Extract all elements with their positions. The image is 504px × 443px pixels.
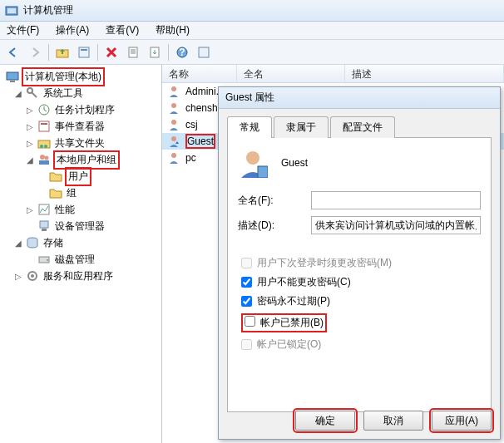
refresh-button[interactable] bbox=[123, 42, 143, 62]
tree-eventvwr[interactable]: ▷ 事件查看器 bbox=[2, 118, 160, 135]
tree-services[interactable]: ▷ 服务和应用程序 bbox=[2, 268, 160, 284]
window-titlebar: 计算机管理 bbox=[0, 0, 504, 22]
export-button[interactable] bbox=[145, 42, 165, 62]
col-name[interactable]: 名称 bbox=[162, 65, 237, 82]
perf-icon bbox=[37, 203, 51, 216]
chk-mustchange bbox=[241, 258, 252, 268]
svg-rect-14 bbox=[39, 121, 49, 131]
forward-button[interactable] bbox=[25, 42, 45, 62]
properties-button[interactable] bbox=[74, 42, 94, 62]
tab-general[interactable]: 常规 bbox=[227, 116, 272, 138]
expand-icon[interactable]: ▷ bbox=[25, 106, 35, 115]
dialog-username: Guest bbox=[281, 157, 308, 169]
svg-point-27 bbox=[47, 259, 48, 261]
svg-rect-10 bbox=[7, 72, 18, 80]
menu-help[interactable]: 帮助(H) bbox=[152, 22, 193, 39]
folder-icon bbox=[49, 186, 62, 199]
svg-point-30 bbox=[171, 86, 176, 91]
svg-point-32 bbox=[171, 120, 176, 125]
menu-action[interactable]: 操作(A) bbox=[52, 22, 92, 39]
user-icon bbox=[167, 118, 180, 131]
tab-memberof[interactable]: 隶属于 bbox=[274, 116, 329, 138]
tree-storage[interactable]: ◢ 存储 bbox=[2, 234, 160, 251]
up-folder-button[interactable] bbox=[52, 42, 72, 62]
user-icon bbox=[167, 151, 180, 165]
back-button[interactable] bbox=[3, 42, 23, 62]
tab-profile[interactable]: 配置文件 bbox=[330, 116, 395, 138]
tabs: 常规 隶属于 配置文件 bbox=[227, 116, 492, 138]
col-desc[interactable]: 描述 bbox=[345, 65, 504, 82]
tab-content: Guest 全名(F): 描述(D): 用户下次登录时须更改密码(M) 用户不能… bbox=[227, 138, 492, 412]
fullname-field[interactable] bbox=[311, 191, 481, 209]
fullname-label: 全名(F): bbox=[238, 194, 304, 208]
menubar: 文件(F) 操作(A) 查看(V) 帮助(H) bbox=[0, 22, 504, 40]
tree-users[interactable]: 用户 bbox=[2, 168, 160, 185]
tree-groups[interactable]: 组 bbox=[2, 185, 160, 201]
chk-neverexpire-row[interactable]: 密码永不过期(P) bbox=[241, 294, 481, 308]
collapse-icon[interactable]: ◢ bbox=[13, 89, 23, 98]
svg-rect-15 bbox=[41, 123, 47, 125]
tree-panel: 计算机管理(本地) ◢ 系统工具 ▷ 任务计划程序 ▷ 事件查看器 ▷ 共享文件… bbox=[0, 65, 162, 443]
event-icon bbox=[37, 120, 51, 133]
tree-tasksched[interactable]: ▷ 任务计划程序 bbox=[2, 101, 160, 118]
tree-localusers[interactable]: ◢ 本地用户和组 bbox=[2, 151, 160, 168]
chk-disabled[interactable] bbox=[245, 316, 255, 327]
chk-neverexpire[interactable] bbox=[241, 296, 252, 307]
ok-button[interactable]: 确定 bbox=[295, 411, 355, 431]
tree-root[interactable]: 计算机管理(本地) bbox=[2, 68, 160, 85]
folder-icon bbox=[49, 170, 62, 183]
user-down-icon bbox=[167, 135, 180, 148]
svg-rect-21 bbox=[39, 160, 49, 165]
apply-button[interactable]: 应用(A) bbox=[432, 411, 492, 431]
computer-icon bbox=[6, 70, 19, 83]
tree-users-label: 用户 bbox=[65, 167, 91, 186]
expand-icon[interactable]: ▷ bbox=[25, 205, 35, 214]
clock-icon bbox=[37, 103, 51, 116]
svg-point-31 bbox=[171, 103, 176, 108]
svg-point-20 bbox=[45, 156, 49, 160]
collapse-icon[interactable]: ◢ bbox=[13, 239, 23, 248]
menu-view[interactable]: 查看(V) bbox=[102, 22, 142, 39]
svg-point-29 bbox=[31, 274, 34, 278]
svg-point-18 bbox=[44, 145, 47, 148]
chk-cannotchange[interactable] bbox=[241, 277, 252, 288]
svg-point-34 bbox=[171, 153, 176, 158]
svg-rect-36 bbox=[258, 166, 268, 178]
svg-rect-11 bbox=[10, 81, 15, 82]
tree-shared[interactable]: ▷ 共享文件夹 bbox=[2, 135, 160, 151]
svg-rect-23 bbox=[40, 221, 48, 228]
svg-rect-9 bbox=[199, 47, 209, 57]
dialog-titlebar: Guest 属性 bbox=[219, 87, 500, 109]
properties-dialog: Guest 属性 常规 隶属于 配置文件 Guest 全名(F): 描述(D): bbox=[218, 86, 501, 440]
help-button[interactable]: ? bbox=[172, 42, 192, 62]
desc-field[interactable] bbox=[311, 216, 481, 234]
svg-rect-3 bbox=[79, 47, 89, 57]
menu-file[interactable]: 文件(F) bbox=[3, 22, 42, 39]
chk-locked-row[interactable]: 帐户已锁定(O) bbox=[241, 337, 481, 352]
tree-systools[interactable]: ◢ 系统工具 bbox=[2, 85, 160, 101]
folder-shared-icon bbox=[37, 136, 51, 150]
expand-icon[interactable]: ▷ bbox=[13, 272, 23, 281]
svg-rect-1 bbox=[7, 8, 16, 13]
chk-disabled-row[interactable]: 帐户已禁用(B) bbox=[241, 313, 481, 332]
svg-point-35 bbox=[246, 151, 259, 165]
tree-devmgr[interactable]: 设备管理器 bbox=[2, 218, 160, 234]
dialog-title: Guest 属性 bbox=[225, 91, 274, 105]
options-button[interactable] bbox=[194, 42, 214, 62]
device-icon bbox=[37, 219, 51, 233]
chk-cannotchange-row[interactable]: 用户不能更改密码(C) bbox=[241, 275, 481, 289]
collapse-icon[interactable]: ◢ bbox=[25, 155, 35, 165]
disk-icon bbox=[37, 253, 51, 266]
col-full[interactable]: 全名 bbox=[237, 65, 345, 82]
delete-button[interactable] bbox=[101, 42, 121, 62]
users-icon bbox=[37, 153, 51, 166]
tree-diskmgr[interactable]: 磁盘管理 bbox=[2, 251, 160, 268]
svg-rect-16 bbox=[38, 140, 50, 148]
toolbar: ? bbox=[0, 40, 504, 65]
expand-icon[interactable]: ▷ bbox=[25, 139, 35, 148]
expand-icon[interactable]: ▷ bbox=[25, 122, 35, 131]
tree-perf[interactable]: ▷ 性能 bbox=[2, 201, 160, 218]
cancel-button[interactable]: 取消 bbox=[363, 411, 423, 431]
svg-rect-5 bbox=[129, 47, 137, 57]
chk-mustchange-row[interactable]: 用户下次登录时须更改密码(M) bbox=[241, 256, 481, 270]
